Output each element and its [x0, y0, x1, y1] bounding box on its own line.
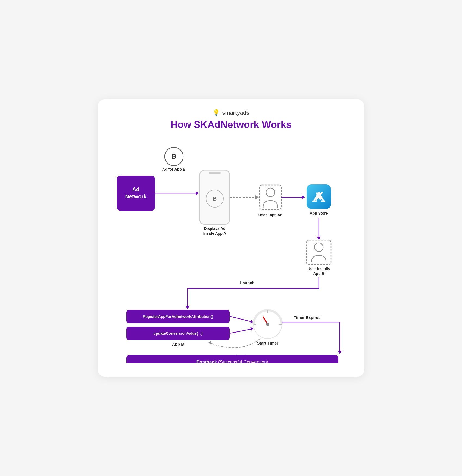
main-card: 💡 smartyads How SKAdNetwork Works B Ad f… [98, 99, 364, 377]
svg-rect-31 [307, 240, 331, 265]
svg-text:User Installs: User Installs [307, 267, 330, 271]
svg-marker-20 [302, 195, 305, 199]
svg-marker-15 [255, 195, 259, 199]
svg-point-17 [266, 188, 275, 197]
svg-text:Launch: Launch [240, 280, 254, 285]
svg-text:RegisterAppForAdnetworkAttribu: RegisterAppForAdnetworkAttribution() [143, 314, 213, 319]
diagram-svg: B Ad for App B Ad Network B Displays Ad … [111, 140, 351, 363]
svg-text:Inside App A: Inside App A [203, 231, 226, 236]
svg-text:App B: App B [172, 342, 184, 346]
svg-text:Displays Ad: Displays Ad [204, 226, 226, 231]
svg-text:updateConversionValue(_:): updateConversionValue(_:) [153, 331, 202, 336]
svg-rect-16 [260, 185, 281, 209]
svg-point-32 [314, 243, 323, 252]
page-title: How SKAdNetwork Works [111, 119, 351, 130]
svg-text:Timer Expires: Timer Expires [294, 315, 321, 320]
svg-text:B: B [171, 153, 176, 160]
svg-point-51 [266, 323, 269, 326]
svg-marker-30 [317, 237, 321, 240]
svg-text:App B: App B [313, 271, 324, 276]
svg-text:Network: Network [125, 193, 147, 199]
svg-rect-3 [117, 176, 155, 211]
svg-rect-9 [209, 172, 221, 174]
svg-marker-59 [338, 351, 342, 354]
svg-text:Start Timer: Start Timer [257, 341, 279, 345]
svg-text:B: B [213, 196, 217, 202]
svg-text:Postback 
      (Successful Co: Postback (Successful Conversion) [196, 359, 269, 363]
svg-marker-7 [196, 191, 199, 195]
svg-marker-60 [208, 341, 211, 345]
svg-text:Ad: Ad [132, 186, 140, 192]
svg-text:User Taps Ad: User Taps Ad [258, 213, 283, 217]
svg-text:Ad for App B: Ad for App B [162, 167, 186, 171]
logo-icon: 💡 [213, 109, 220, 116]
logo-text: smartyads [222, 110, 249, 116]
logo-row: 💡 smartyads [111, 109, 351, 116]
svg-line-45 [230, 316, 251, 322]
svg-line-47 [230, 329, 251, 333]
svg-marker-39 [186, 306, 189, 309]
svg-text:App Store: App Store [310, 211, 328, 215]
